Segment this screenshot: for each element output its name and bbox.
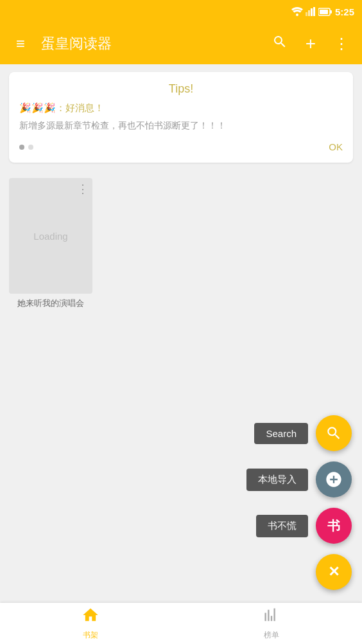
fab-row-import: 本地导入 <box>246 461 352 497</box>
fab-import-label[interactable]: 本地导入 <box>246 469 308 491</box>
svg-point-0 <box>296 13 298 16</box>
dot-2 <box>28 145 33 150</box>
tips-subtitle: 🎉🎉🎉：好消息！ <box>19 102 343 114</box>
signal-icon <box>306 7 316 16</box>
rankings-nav-icon <box>263 606 280 629</box>
tips-footer: OK <box>19 141 343 152</box>
tips-dots <box>19 145 33 150</box>
rankings-nav-label: 榜单 <box>264 630 279 641</box>
status-icons: 5:25 <box>291 6 354 17</box>
fab-search-label[interactable]: Search <box>254 423 308 444</box>
fab-close-button[interactable]: ✕ <box>316 554 352 590</box>
svg-rect-4 <box>313 7 315 16</box>
svg-rect-3 <box>311 8 313 16</box>
fab-import-icon <box>325 470 343 488</box>
tips-card: Tips! 🎉🎉🎉：好消息！ 新增多源最新章节检查，再也不怕书源断更了！！！ O… <box>9 72 353 163</box>
fab-import-button[interactable] <box>316 461 352 497</box>
nav-item-bookshelf[interactable]: 书架 <box>0 606 181 641</box>
fab-book-icon: 书 <box>327 517 340 535</box>
book-cover: Loading ⋮ <box>9 178 92 294</box>
menu-icon[interactable]: ≡ <box>10 35 31 53</box>
bookshelf-nav-label: 书架 <box>83 630 98 641</box>
svg-rect-6 <box>330 10 332 13</box>
dot-1 <box>19 145 24 150</box>
book-item[interactable]: Loading ⋮ 她来听我的演唱会 <box>9 178 92 309</box>
fab-search-button[interactable] <box>316 415 352 451</box>
fab-search-icon <box>325 425 342 442</box>
svg-rect-7 <box>320 10 328 14</box>
fab-row-close: ✕ <box>316 554 352 590</box>
bookshelf-nav-icon <box>82 606 99 629</box>
wifi-icon <box>291 7 303 16</box>
app-bar: ≡ 蛋皇阅读器 + ⋮ <box>0 23 362 64</box>
book-title: 她来听我的演唱会 <box>9 298 92 309</box>
app-title: 蛋皇阅读器 <box>41 34 259 53</box>
fab-book-button[interactable]: 书 <box>316 508 352 544</box>
fab-area: Search 本地导入 书不慌 书 <box>246 415 352 590</box>
book-loading-text: Loading <box>33 231 67 242</box>
fab-row-book: 书不慌 书 <box>256 508 352 544</box>
status-bar: 5:25 <box>0 0 362 23</box>
more-options-icon[interactable]: ⋮ <box>331 35 352 53</box>
fab-row-search: Search <box>254 415 352 451</box>
add-icon[interactable]: + <box>300 33 321 54</box>
tips-ok-button[interactable]: OK <box>329 141 343 152</box>
fab-book-label[interactable]: 书不慌 <box>256 515 308 537</box>
main-content: Tips! 🎉🎉🎉：好消息！ 新增多源最新章节检查，再也不怕书源断更了！！！ O… <box>0 64 362 603</box>
battery-icon <box>318 8 332 16</box>
close-icon: ✕ <box>328 564 340 580</box>
search-icon[interactable] <box>270 34 290 53</box>
tips-text: 新增多源最新章节检查，再也不怕书源断更了！！！ <box>19 118 343 132</box>
status-time: 5:25 <box>335 6 354 17</box>
book-more-icon[interactable]: ⋮ <box>77 182 89 196</box>
svg-rect-2 <box>308 10 310 16</box>
nav-item-rankings[interactable]: 榜单 <box>181 606 362 641</box>
svg-rect-1 <box>306 12 307 16</box>
tips-title: Tips! <box>19 82 343 96</box>
bottom-nav: 书架 榜单 <box>0 603 362 644</box>
shelf-area: Loading ⋮ 她来听我的演唱会 <box>0 170 362 317</box>
